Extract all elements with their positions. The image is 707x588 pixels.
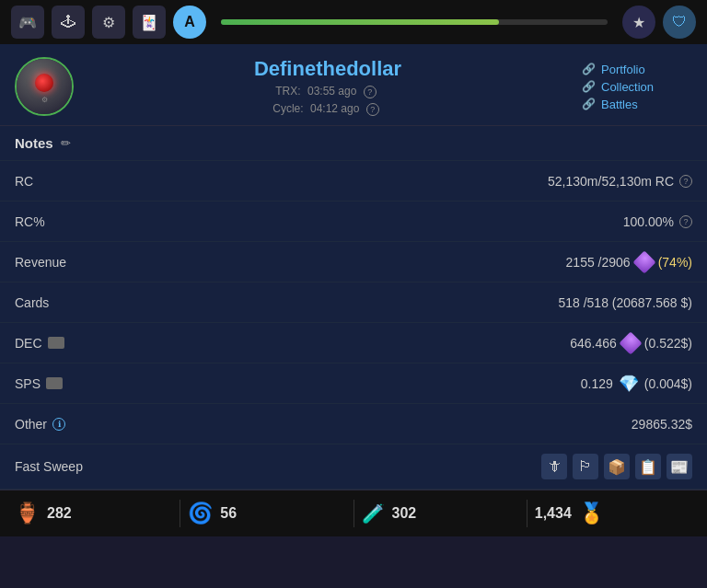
revenue-value: 2155 /2906 (74%)	[566, 254, 692, 271]
profile-avatar: ⚙	[15, 57, 74, 116]
bottom-divider-3	[527, 500, 527, 527]
profile-info: Definethedollar TRX: 03:55 ago ? Cycle: …	[88, 57, 567, 116]
bottom-value-1: 282	[47, 505, 72, 522]
rc-label: RC	[15, 174, 33, 189]
trx-label: TRX:	[275, 85, 300, 98]
bottom-value-4: 1,434	[535, 505, 572, 522]
other-row: Other ℹ 29865.32$	[0, 404, 707, 444]
revenue-label: Revenue	[15, 255, 66, 270]
notes-row: Notes ✏	[0, 126, 707, 161]
trx-help-icon[interactable]: ?	[364, 86, 377, 98]
bottom-stat-2: 🌀 56	[188, 502, 345, 525]
sweep-icon-1[interactable]: 🗡	[541, 454, 567, 479]
sweep-icon-5[interactable]: 📰	[666, 454, 692, 479]
controller-nav-icon[interactable]: 🕹	[52, 6, 85, 39]
fast-sweep-icons: 🗡 🏳 📦 📋 📰	[541, 454, 692, 479]
sps-value: 0.129 💎 (0.004$)	[581, 374, 692, 394]
sps-label: SPS	[15, 376, 63, 391]
collection-link-label: Collection	[601, 80, 654, 94]
bottom-icon-3: 🧪	[362, 502, 385, 525]
other-info-icon[interactable]: ℹ	[52, 418, 65, 431]
profile-meta-trx: TRX: 03:55 ago ?	[88, 85, 567, 98]
dec-row: DEC 646.466 (0.522$)	[0, 323, 707, 363]
bottom-icon-4: 🏅	[579, 502, 604, 525]
rc-pct-value: 100.00% ?	[623, 214, 692, 229]
cards-value: 518 /518 (20687.568 $)	[558, 295, 692, 310]
shield-nav-icon[interactable]: 🛡	[663, 6, 696, 39]
dec-wallet-icon	[48, 337, 64, 349]
rc-value: 52,130m/52,130m RC ?	[548, 174, 692, 189]
sps-row: SPS 0.129 💎 (0.004$)	[0, 363, 707, 404]
battles-link-icon: 🔗	[582, 98, 596, 110]
battles-link[interactable]: 🔗 Battles	[582, 98, 638, 111]
bottom-divider-1	[180, 500, 180, 527]
rc-row: RC 52,130m/52,130m RC ?	[0, 161, 707, 202]
progress-bar-fill	[221, 19, 499, 25]
bottom-divider-2	[354, 500, 354, 527]
other-value: 29865.32$	[632, 417, 692, 432]
sweep-icon-4[interactable]: 📋	[635, 454, 661, 479]
avatar-nav-icon[interactable]: A	[173, 6, 206, 39]
sweep-icon-2[interactable]: 🏳	[573, 454, 598, 479]
bottom-icon-1: 🏺	[15, 502, 40, 525]
game-nav-icon[interactable]: 🎮	[11, 6, 44, 39]
bottom-value-3: 302	[392, 505, 417, 522]
settings-nav-icon[interactable]: ⚙	[92, 6, 125, 39]
portfolio-link-icon: 🔗	[582, 63, 596, 75]
dec-value: 646.466 (0.522$)	[570, 335, 692, 352]
revenue-row: Revenue 2155 /2906 (74%)	[0, 242, 707, 282]
trx-value: 03:55 ago	[307, 85, 356, 98]
portfolio-link-label: Portfolio	[601, 63, 645, 76]
revenue-gem-icon	[632, 250, 655, 273]
nav-right-icons: ★ 🛡	[622, 6, 696, 39]
rc-pct-label: RC%	[15, 214, 45, 229]
cycle-help-icon[interactable]: ?	[366, 103, 379, 116]
battles-link-label: Battles	[601, 98, 638, 111]
profile-meta-cycle: Cycle: 04:12 ago ?	[88, 102, 567, 116]
sps-wallet-icon	[46, 377, 63, 389]
rc-pct-row: RC% 100.00% ?	[0, 202, 707, 242]
notes-label: Notes	[15, 135, 53, 151]
card-nav-icon[interactable]: 🃏	[133, 6, 166, 39]
star-nav-icon[interactable]: ★	[622, 6, 655, 39]
dec-gem-icon	[619, 331, 642, 354]
bottom-icon-2: 🌀	[188, 502, 213, 525]
sps-crystal-icon: 💎	[619, 374, 639, 394]
profile-section: ⚙ Definethedollar TRX: 03:55 ago ? Cycle…	[0, 44, 707, 126]
collection-link[interactable]: 🔗 Collection	[582, 80, 654, 94]
bottom-value-2: 56	[220, 505, 237, 522]
bottom-stat-4: 1,434 🏅	[535, 502, 692, 525]
cycle-label: Cycle:	[272, 102, 303, 115]
progress-bar-container	[221, 19, 608, 25]
bottom-stat-1: 🏺 282	[15, 502, 172, 525]
dec-label: DEC	[15, 336, 64, 351]
main-content: Notes ✏ RC 52,130m/52,130m RC ? RC% 100.…	[0, 126, 707, 490]
rc-pct-help-icon[interactable]: ?	[679, 215, 692, 228]
bottom-stat-3: 🧪 302	[362, 502, 519, 525]
profile-name: Definethedollar	[88, 57, 567, 81]
top-nav: 🎮 🕹 ⚙ 🃏 A ★ 🛡	[0, 0, 707, 44]
fast-sweep-label: Fast Sweep	[15, 459, 83, 474]
portfolio-link[interactable]: 🔗 Portfolio	[582, 63, 645, 76]
notes-edit-icon[interactable]: ✏	[61, 136, 71, 150]
rc-help-icon[interactable]: ?	[679, 175, 692, 188]
other-label: Other ℹ	[15, 417, 65, 432]
collection-link-icon: 🔗	[582, 80, 596, 93]
revenue-pct: (74%)	[658, 255, 692, 270]
bottom-bar: 🏺 282 🌀 56 🧪 302 1,434 🏅	[0, 490, 707, 536]
sweep-icon-3[interactable]: 📦	[604, 454, 630, 479]
cycle-value: 04:12 ago	[310, 102, 359, 115]
cards-row: Cards 518 /518 (20687.568 $)	[0, 282, 707, 323]
fast-sweep-row: Fast Sweep 🗡 🏳 📦 📋 📰	[0, 444, 707, 490]
cards-label: Cards	[15, 295, 49, 310]
profile-links: 🔗 Portfolio 🔗 Collection 🔗 Battles	[582, 63, 692, 111]
